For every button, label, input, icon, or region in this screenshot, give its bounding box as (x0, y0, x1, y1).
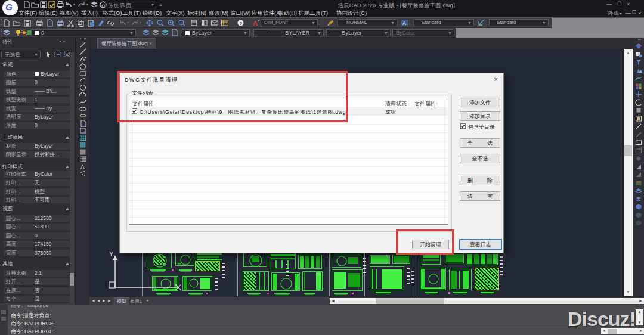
svg-text:A: A (253, 20, 258, 27)
svg-text:-: - (180, 20, 181, 24)
svg-text:Y: Y (109, 250, 114, 258)
svg-text:?: ? (240, 21, 243, 26)
svg-text:A: A (402, 20, 406, 26)
svg-text:+: + (169, 20, 172, 24)
svg-text:A: A (80, 164, 85, 170)
